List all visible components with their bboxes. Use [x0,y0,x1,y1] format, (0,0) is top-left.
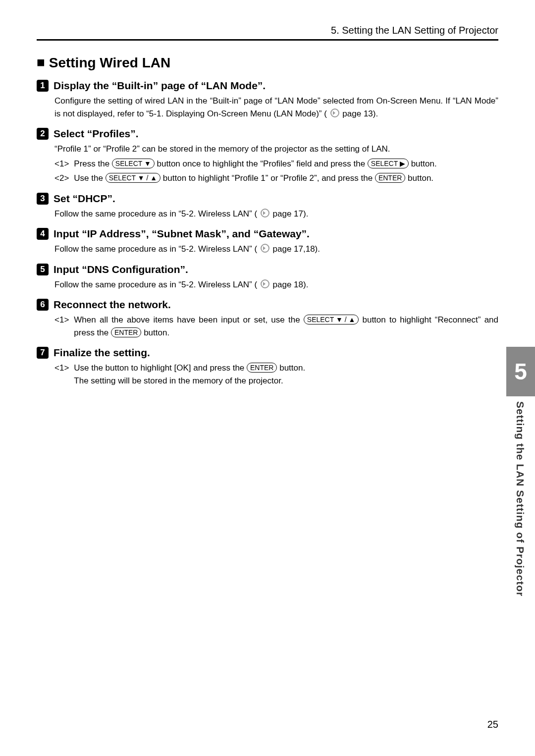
step-heading: 6 Reconnect the network. [37,299,498,311]
step-6: 6 Reconnect the network. <1> When all th… [37,299,498,339]
step-heading: 1 Display the “Built-in” page of “LAN Mo… [37,80,498,92]
page-number: 25 [487,719,498,730]
select-updown-button-icon: SELECT ▼ / ▲ [106,173,160,183]
chapter-tab-number: 5 [514,358,527,385]
step-heading: 3 Set “DHCP”. [37,193,498,205]
page-reference-icon [261,279,269,288]
step-2: 2 Select “Profiles”. “Profile 1” or “Pro… [37,128,498,185]
step-number-badge: 7 [37,347,49,359]
step-body: Follow the same procedure as in “5-2. Wi… [54,278,498,291]
step-7: 7 Finalize the setting. <1> Use the butt… [37,347,498,387]
document-page: 5. Setting the LAN Setting of Projector … [0,0,535,420]
step-heading: 7 Finalize the setting. [37,347,498,359]
step-5: 5 Input “DNS Configuration”. Follow the … [37,264,498,291]
page-reference-icon [261,209,269,217]
substep-label: <1> [54,158,69,170]
page-reference-icon [330,108,339,117]
step-heading-text: Input “DNS Configuration”. [54,264,188,275]
step-number-badge: 6 [37,299,49,311]
substep-text: Press the SELECT ▼ button once to highli… [74,158,498,170]
enter-button-icon: ENTER [111,327,141,337]
step-number-badge: 3 [37,193,49,205]
step-heading-text: Select “Profiles”. [54,128,139,140]
select-updown-button-icon: SELECT ▼ / ▲ [304,315,359,324]
enter-button-icon: ENTER [247,363,277,373]
step-heading: 5 Input “DNS Configuration”. [37,264,498,275]
substep: <1> Use the button to highlight [OK] and… [54,362,498,387]
chapter-tab: 5 [506,347,535,396]
substep-label: <1> [54,314,69,339]
substep-label: <1> [54,362,69,387]
step-body: Follow the same procedure as in “5-2. Wi… [54,243,498,256]
step-1: 1 Display the “Built-in” page of “LAN Mo… [37,80,498,120]
section-title: ■ Setting Wired LAN [37,54,498,71]
step-number-badge: 5 [37,264,49,275]
substep-text: Use the SELECT ▼ / ▲ button to highlight… [74,172,498,185]
enter-button-icon: ENTER [375,173,405,183]
substep-label: <2> [54,172,69,185]
substep: <1> When all the above items have been i… [54,314,498,339]
substep-text: Use the button to highlight [OK] and pre… [74,362,498,387]
step-heading-text: Display the “Built-in” page of “LAN Mode… [54,80,266,92]
step-number-badge: 1 [37,80,49,92]
step-body: Configure the setting of wired LAN in th… [54,95,498,120]
step-3: 3 Set “DHCP”. Follow the same procedure … [37,193,498,220]
chapter-side-label: Setting the LAN Setting of Projector [514,401,526,596]
substep-text: When all the above items have been input… [74,314,498,339]
step-number-badge: 2 [37,128,49,140]
step-heading-text: Input “IP Address”, “Subnet Mask”, and “… [54,228,310,240]
step-heading: 4 Input “IP Address”, “Subnet Mask”, and… [37,228,498,240]
step-heading: 2 Select “Profiles”. [37,128,498,140]
square-bullet-icon: ■ [37,54,45,70]
page-reference-icon [261,244,269,253]
step-number-badge: 4 [37,228,49,240]
step-body: “Profile 1” or “Profile 2” can be stored… [54,143,498,156]
step-body: Follow the same procedure as in “5-2. Wi… [54,208,498,220]
chapter-breadcrumb: 5. Setting the LAN Setting of Projector [37,25,498,41]
select-down-button-icon: SELECT ▼ [112,159,155,168]
step-heading-text: Set “DHCP”. [54,193,115,205]
substep: <1> Press the SELECT ▼ button once to hi… [54,158,498,170]
select-right-button-icon: SELECT ▶ [368,159,409,168]
section-title-text: Setting Wired LAN [49,55,171,70]
substep: <2> Use the SELECT ▼ / ▲ button to highl… [54,172,498,185]
step-4: 4 Input “IP Address”, “Subnet Mask”, and… [37,228,498,256]
step-heading-text: Finalize the setting. [54,347,150,359]
step-heading-text: Reconnect the network. [54,299,171,311]
